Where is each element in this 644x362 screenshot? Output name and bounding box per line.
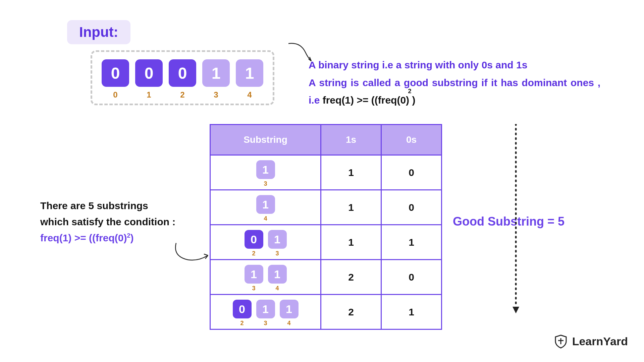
- arrow-to-table: [171, 238, 211, 265]
- substring-index: 3: [245, 285, 263, 292]
- digit-one-box: 1: [202, 59, 230, 87]
- substring-index: 3: [256, 180, 275, 187]
- zeros-count: 0: [381, 155, 442, 190]
- digit-zero-box: 0: [169, 59, 196, 87]
- digit-one-box: 1: [280, 300, 299, 318]
- digit-one-box: 1: [236, 59, 263, 87]
- array-index: 1: [147, 90, 151, 100]
- header-substring: Substring: [210, 125, 321, 155]
- table-row: 113420: [210, 260, 442, 295]
- dotted-down-arrow-icon: [513, 124, 519, 315]
- array-cell: 02: [169, 59, 196, 100]
- digit-one-box: 1: [245, 265, 263, 284]
- explanation-cond-sup: 2: [127, 232, 130, 239]
- digit-one-box: 1: [256, 160, 275, 179]
- ones-count: 2: [321, 295, 381, 329]
- ones-count: 1: [321, 155, 381, 190]
- explanation-line-1: There are 5 substrings: [40, 198, 181, 214]
- table-row: 01123421: [210, 295, 442, 329]
- array-cell: 13: [202, 59, 230, 100]
- substring-index: 2: [245, 250, 263, 257]
- explanation-cond-text: freq(1) >= ((freq(0): [40, 232, 127, 243]
- table-row: 012311: [210, 225, 442, 260]
- brand-logo: LearnYard: [553, 334, 628, 349]
- digit-one-box: 1: [268, 230, 287, 249]
- table-row: 1410: [210, 190, 442, 225]
- description-text: A binary string i.e a string with only 0…: [309, 56, 600, 109]
- zeros-count: 1: [381, 225, 442, 260]
- header-ones: 1s: [321, 125, 381, 155]
- header-zeros: 0s: [381, 125, 442, 155]
- input-array: 0001021314: [91, 50, 274, 105]
- array-index: 3: [214, 90, 218, 100]
- explanation-condition: freq(1) >= ((freq(0)2): [40, 230, 181, 246]
- ones-count: 1: [321, 190, 381, 225]
- ones-count: 2: [321, 260, 381, 295]
- digit-zero-box: 0: [135, 59, 163, 87]
- digit-zero-box: 0: [245, 230, 263, 249]
- digit-one-box: 1: [256, 300, 275, 318]
- digit-zero-box: 0: [233, 300, 252, 318]
- substring-cell: 0123: [210, 225, 321, 260]
- description-formula-sup: 2: [408, 86, 411, 97]
- digit-one-box: 1: [268, 265, 287, 284]
- substring-index: 4: [268, 285, 287, 292]
- zeros-count: 1: [381, 295, 442, 329]
- table-row: 1310: [210, 155, 442, 190]
- table-header-row: Substring 1s 0s: [210, 125, 442, 155]
- description-formula-text: freq(1) >= ((freq(0) ): [323, 95, 416, 106]
- array-cell: 01: [135, 59, 163, 100]
- array-index: 2: [180, 90, 184, 100]
- shield-icon: [553, 334, 568, 349]
- description-line-2: A string is called a good substring if i…: [309, 74, 600, 109]
- explanation-line-2: which satisfy the condition :: [40, 214, 181, 230]
- description-line-1: A binary string i.e a string with only 0…: [309, 56, 600, 74]
- substring-index: 2: [233, 320, 252, 327]
- digit-zero-box: 0: [102, 59, 129, 87]
- substring-cell: 1134: [210, 260, 321, 295]
- input-label: Input:: [67, 20, 130, 44]
- array-cell: 14: [236, 59, 263, 100]
- substring-index: 4: [280, 320, 299, 327]
- zeros-count: 0: [381, 260, 442, 295]
- digit-one-box: 1: [256, 195, 275, 214]
- substring-cell: 14: [210, 190, 321, 225]
- ones-count: 1: [321, 225, 381, 260]
- substrings-table: Substring 1s 0s 131014100123111134200112…: [210, 124, 442, 330]
- description-formula: freq(1) >= ((freq(0) ) 2: [323, 92, 416, 109]
- array-index: 4: [247, 90, 252, 100]
- array-cell: 00: [102, 59, 129, 100]
- result-text: Good Substring = 5: [453, 215, 565, 229]
- substring-cell: 13: [210, 155, 321, 190]
- substring-cell: 011234: [210, 295, 321, 329]
- substring-index: 3: [256, 320, 275, 327]
- explanation-text: There are 5 substrings which satisfy the…: [40, 198, 181, 246]
- explanation-cond-close: ): [130, 232, 133, 243]
- substring-index: 3: [268, 250, 287, 257]
- brand-name: LearnYard: [572, 335, 628, 348]
- array-index: 0: [113, 90, 117, 100]
- substring-index: 4: [256, 215, 275, 222]
- zeros-count: 0: [381, 190, 442, 225]
